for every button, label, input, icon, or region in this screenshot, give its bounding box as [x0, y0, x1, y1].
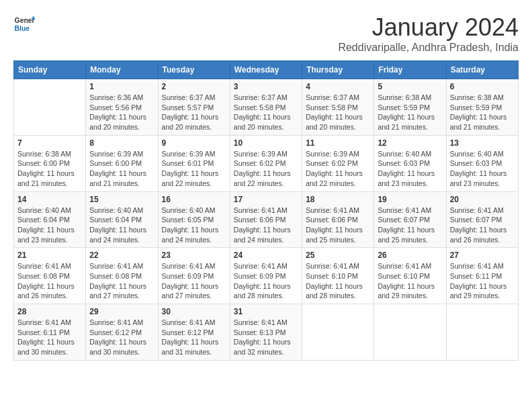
calendar-cell: 10Sunrise: 6:39 AM Sunset: 6:02 PM Dayli… [230, 135, 302, 191]
day-detail: Sunrise: 6:41 AM Sunset: 6:07 PM Dayligh… [450, 205, 515, 245]
calendar-cell [374, 304, 446, 361]
week-row-2: 14Sunrise: 6:40 AM Sunset: 6:04 PM Dayli… [14, 191, 519, 248]
day-number: 1 [89, 82, 154, 91]
calendar-cell: 8Sunrise: 6:39 AM Sunset: 6:00 PM Daylig… [86, 135, 158, 191]
day-number: 13 [450, 138, 515, 148]
day-header-friday: Friday [374, 61, 446, 79]
day-detail: Sunrise: 6:41 AM Sunset: 6:09 PM Dayligh… [162, 261, 226, 301]
calendar-cell: 6Sunrise: 6:38 AM Sunset: 5:59 PM Daylig… [446, 79, 518, 136]
svg-text:General: General [15, 17, 35, 24]
day-detail: Sunrise: 6:40 AM Sunset: 6:03 PM Dayligh… [378, 149, 442, 189]
calendar-cell: 31Sunrise: 6:41 AM Sunset: 6:13 PM Dayli… [230, 304, 302, 361]
logo-icon: General Blue [13, 13, 35, 35]
calendar-cell: 20Sunrise: 6:41 AM Sunset: 6:07 PM Dayli… [446, 191, 518, 248]
day-number: 11 [306, 138, 370, 148]
day-detail: Sunrise: 6:41 AM Sunset: 6:06 PM Dayligh… [306, 205, 370, 245]
day-number: 18 [306, 195, 370, 204]
day-detail: Sunrise: 6:41 AM Sunset: 6:06 PM Dayligh… [234, 205, 298, 245]
day-number: 23 [162, 250, 226, 260]
day-detail: Sunrise: 6:39 AM Sunset: 6:02 PM Dayligh… [306, 149, 370, 189]
page-header: General Blue January 2024 Reddivaripalle… [13, 13, 519, 54]
logo: General Blue [13, 13, 35, 35]
calendar-cell: 24Sunrise: 6:41 AM Sunset: 6:09 PM Dayli… [230, 248, 302, 304]
day-detail: Sunrise: 6:38 AM Sunset: 6:00 PM Dayligh… [17, 149, 82, 189]
day-detail: Sunrise: 6:41 AM Sunset: 6:08 PM Dayligh… [89, 261, 154, 301]
calendar-cell: 15Sunrise: 6:40 AM Sunset: 6:04 PM Dayli… [86, 191, 158, 248]
day-number: 6 [450, 82, 515, 91]
calendar-cell: 3Sunrise: 6:37 AM Sunset: 5:58 PM Daylig… [230, 79, 302, 136]
day-detail: Sunrise: 6:41 AM Sunset: 6:07 PM Dayligh… [378, 205, 442, 245]
day-number: 16 [162, 195, 226, 204]
day-detail: Sunrise: 6:40 AM Sunset: 6:04 PM Dayligh… [89, 205, 154, 245]
day-header-wednesday: Wednesday [230, 61, 302, 79]
day-number: 30 [162, 307, 226, 316]
day-detail: Sunrise: 6:37 AM Sunset: 5:58 PM Dayligh… [234, 93, 298, 132]
day-header-thursday: Thursday [302, 61, 374, 79]
day-detail: Sunrise: 6:41 AM Sunset: 6:09 PM Dayligh… [234, 261, 298, 301]
day-number: 4 [306, 82, 370, 91]
week-row-4: 28Sunrise: 6:41 AM Sunset: 6:11 PM Dayli… [14, 304, 519, 361]
calendar-cell: 26Sunrise: 6:41 AM Sunset: 6:10 PM Dayli… [374, 248, 446, 304]
day-detail: Sunrise: 6:40 AM Sunset: 6:03 PM Dayligh… [450, 149, 515, 189]
calendar-cell: 17Sunrise: 6:41 AM Sunset: 6:06 PM Dayli… [230, 191, 302, 248]
calendar-cell: 14Sunrise: 6:40 AM Sunset: 6:04 PM Dayli… [14, 191, 86, 248]
week-row-0: 1Sunrise: 6:36 AM Sunset: 5:56 PM Daylig… [14, 79, 519, 136]
day-number: 15 [89, 195, 154, 204]
day-number: 27 [450, 250, 515, 260]
calendar-cell: 16Sunrise: 6:40 AM Sunset: 6:05 PM Dayli… [158, 191, 230, 248]
day-number: 9 [162, 138, 226, 148]
day-headers-row: SundayMondayTuesdayWednesdayThursdayFrid… [14, 61, 519, 79]
day-number: 19 [378, 195, 442, 204]
week-row-1: 7Sunrise: 6:38 AM Sunset: 6:00 PM Daylig… [14, 135, 519, 191]
title-block: January 2024 Reddivaripalle, Andhra Prad… [338, 13, 519, 54]
day-number: 28 [17, 307, 82, 316]
calendar-cell: 9Sunrise: 6:39 AM Sunset: 6:01 PM Daylig… [158, 135, 230, 191]
calendar-cell: 2Sunrise: 6:37 AM Sunset: 5:57 PM Daylig… [158, 79, 230, 136]
calendar-cell: 28Sunrise: 6:41 AM Sunset: 6:11 PM Dayli… [14, 304, 86, 361]
day-detail: Sunrise: 6:41 AM Sunset: 6:13 PM Dayligh… [234, 318, 298, 357]
day-number: 8 [89, 138, 154, 148]
day-number: 17 [234, 195, 298, 204]
calendar-cell: 18Sunrise: 6:41 AM Sunset: 6:06 PM Dayli… [302, 191, 374, 248]
day-detail: Sunrise: 6:36 AM Sunset: 5:56 PM Dayligh… [89, 93, 154, 132]
calendar-table: SundayMondayTuesdayWednesdayThursdayFrid… [13, 60, 519, 361]
day-number: 7 [17, 138, 82, 148]
day-detail: Sunrise: 6:41 AM Sunset: 6:11 PM Dayligh… [450, 261, 515, 301]
calendar-cell: 12Sunrise: 6:40 AM Sunset: 6:03 PM Dayli… [374, 135, 446, 191]
calendar-cell [302, 304, 374, 361]
day-number: 31 [234, 307, 298, 316]
day-detail: Sunrise: 6:39 AM Sunset: 6:01 PM Dayligh… [162, 149, 226, 189]
week-row-3: 21Sunrise: 6:41 AM Sunset: 6:08 PM Dayli… [14, 248, 519, 304]
day-detail: Sunrise: 6:37 AM Sunset: 5:58 PM Dayligh… [306, 93, 370, 132]
day-detail: Sunrise: 6:39 AM Sunset: 6:02 PM Dayligh… [234, 149, 298, 189]
day-number: 10 [234, 138, 298, 148]
day-number: 5 [378, 82, 442, 91]
calendar-cell: 21Sunrise: 6:41 AM Sunset: 6:08 PM Dayli… [14, 248, 86, 304]
calendar-cell [14, 79, 86, 136]
day-header-sunday: Sunday [14, 61, 86, 79]
day-number: 29 [89, 307, 154, 316]
day-detail: Sunrise: 6:39 AM Sunset: 6:00 PM Dayligh… [89, 149, 154, 189]
day-number: 3 [234, 82, 298, 91]
day-number: 20 [450, 195, 515, 204]
day-number: 22 [89, 250, 154, 260]
calendar-subtitle: Reddivaripalle, Andhra Pradesh, India [338, 42, 519, 54]
day-header-saturday: Saturday [446, 61, 518, 79]
calendar-cell: 30Sunrise: 6:41 AM Sunset: 6:12 PM Dayli… [158, 304, 230, 361]
calendar-cell: 11Sunrise: 6:39 AM Sunset: 6:02 PM Dayli… [302, 135, 374, 191]
day-number: 14 [17, 195, 82, 204]
day-detail: Sunrise: 6:37 AM Sunset: 5:57 PM Dayligh… [162, 93, 226, 132]
day-number: 24 [234, 250, 298, 260]
calendar-cell: 22Sunrise: 6:41 AM Sunset: 6:08 PM Dayli… [86, 248, 158, 304]
calendar-cell: 23Sunrise: 6:41 AM Sunset: 6:09 PM Dayli… [158, 248, 230, 304]
day-number: 26 [378, 250, 442, 260]
day-detail: Sunrise: 6:40 AM Sunset: 6:04 PM Dayligh… [17, 205, 82, 245]
day-header-tuesday: Tuesday [158, 61, 230, 79]
day-detail: Sunrise: 6:41 AM Sunset: 6:12 PM Dayligh… [89, 318, 154, 357]
day-header-monday: Monday [86, 61, 158, 79]
calendar-cell: 19Sunrise: 6:41 AM Sunset: 6:07 PM Dayli… [374, 191, 446, 248]
day-detail: Sunrise: 6:41 AM Sunset: 6:12 PM Dayligh… [162, 318, 226, 357]
day-detail: Sunrise: 6:41 AM Sunset: 6:10 PM Dayligh… [378, 261, 442, 301]
calendar-cell: 7Sunrise: 6:38 AM Sunset: 6:00 PM Daylig… [14, 135, 86, 191]
day-detail: Sunrise: 6:38 AM Sunset: 5:59 PM Dayligh… [378, 93, 442, 132]
